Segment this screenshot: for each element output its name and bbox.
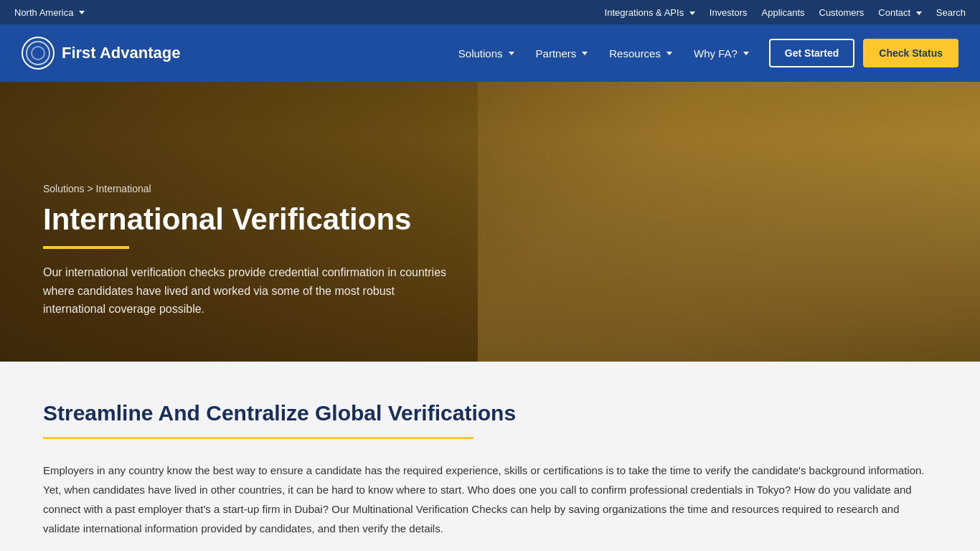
integrations-chevron-icon bbox=[689, 11, 695, 15]
nav-link-integrations[interactable]: Integrations & APIs bbox=[605, 7, 695, 18]
why-fa-chevron-icon bbox=[743, 52, 749, 55]
partners-chevron-icon bbox=[582, 52, 588, 55]
logo-text: First Advantage bbox=[62, 44, 180, 62]
region-selector[interactable]: North America bbox=[14, 7, 85, 18]
breadcrumb-solutions-link[interactable]: Solutions bbox=[43, 183, 87, 194]
nav-link-applicants[interactable]: Applicants bbox=[762, 7, 805, 18]
title-divider bbox=[43, 246, 129, 249]
hero-description: Our international verification checks pr… bbox=[43, 263, 459, 319]
breadcrumb: Solutions > International bbox=[43, 183, 459, 194]
page-title: International Verifications bbox=[43, 203, 459, 236]
get-started-button[interactable]: Get Started bbox=[769, 39, 854, 67]
hero-content: Solutions > International International … bbox=[0, 183, 502, 319]
region-chevron-icon bbox=[79, 11, 85, 14]
breadcrumb-separator: > bbox=[87, 183, 95, 194]
solutions-chevron-icon bbox=[509, 52, 514, 55]
main-nav-links: Solutions Partners Resources Why FA? Get… bbox=[450, 39, 958, 67]
check-status-button[interactable]: Check Status bbox=[863, 39, 958, 67]
main-navigation: First Advantage Solutions Partners Resou… bbox=[0, 24, 980, 82]
section-divider bbox=[43, 437, 473, 439]
breadcrumb-current: International bbox=[96, 183, 151, 194]
nav-link-search[interactable]: Search bbox=[936, 7, 966, 18]
resources-chevron-icon bbox=[666, 52, 672, 55]
hero-section: Solutions > International International … bbox=[0, 82, 980, 362]
contact-chevron-icon bbox=[916, 11, 922, 15]
hero-buildings-decoration bbox=[478, 82, 980, 362]
nav-link-contact[interactable]: Contact bbox=[878, 7, 921, 18]
nav-item-why-fa[interactable]: Why FA? bbox=[685, 42, 758, 65]
site-logo[interactable]: First Advantage bbox=[22, 37, 180, 70]
section-body-text: Employers in any country know the best w… bbox=[43, 461, 933, 538]
nav-item-solutions[interactable]: Solutions bbox=[450, 42, 523, 65]
nav-item-resources[interactable]: Resources bbox=[600, 42, 681, 65]
content-section: Streamline And Centralize Global Verific… bbox=[0, 362, 980, 551]
region-label: North America bbox=[14, 7, 73, 18]
nav-link-customers[interactable]: Customers bbox=[819, 7, 864, 18]
utility-nav: Integrations & APIs Investors Applicants… bbox=[605, 7, 966, 18]
nav-item-partners[interactable]: Partners bbox=[527, 42, 597, 65]
utility-bar: North America Integrations & APIs Invest… bbox=[0, 0, 980, 24]
section-heading: Streamline And Centralize Global Verific… bbox=[43, 401, 937, 425]
nav-link-investors[interactable]: Investors bbox=[710, 7, 748, 18]
logo-icon bbox=[22, 37, 55, 70]
